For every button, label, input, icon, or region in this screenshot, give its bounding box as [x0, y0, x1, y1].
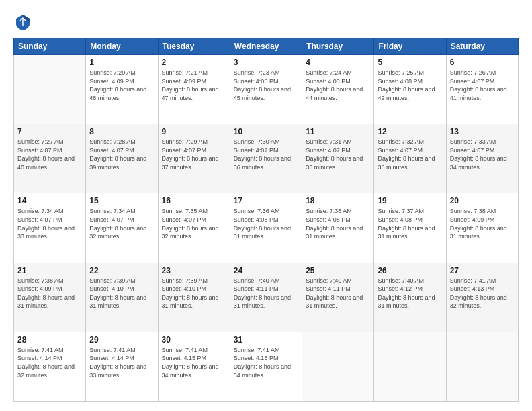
day-number: 28	[17, 335, 82, 345]
day-info: Sunrise: 7:29 AMSunset: 4:07 PMDaylight:…	[162, 138, 226, 171]
calendar-day-cell	[446, 332, 518, 401]
calendar-day-cell: 7Sunrise: 7:27 AMSunset: 4:07 PMDaylight…	[14, 124, 86, 193]
day-info: Sunrise: 7:34 AMSunset: 4:07 PMDaylight:…	[89, 207, 154, 240]
day-info: Sunrise: 7:26 AMSunset: 4:07 PMDaylight:…	[450, 68, 515, 102]
calendar-day-cell: 10Sunrise: 7:30 AMSunset: 4:07 PMDayligh…	[230, 124, 302, 193]
calendar-day-cell: 28Sunrise: 7:41 AMSunset: 4:14 PMDayligh…	[14, 332, 86, 401]
day-info: Sunrise: 7:32 AMSunset: 4:07 PMDaylight:…	[378, 138, 442, 171]
calendar-day-cell: 5Sunrise: 7:25 AMSunset: 4:08 PMDaylight…	[374, 55, 446, 124]
calendar-day-cell	[302, 332, 374, 401]
calendar-day-cell: 9Sunrise: 7:29 AMSunset: 4:07 PMDaylight…	[158, 124, 230, 193]
logo	[13, 12, 35, 31]
day-info: Sunrise: 7:21 AMSunset: 4:09 PMDaylight:…	[162, 68, 226, 102]
weekday-header-thursday: Thursday	[302, 38, 374, 55]
day-number: 5	[378, 58, 442, 67]
day-info: Sunrise: 7:39 AMSunset: 4:10 PMDaylight:…	[89, 277, 154, 310]
day-number: 26	[378, 266, 442, 275]
day-info: Sunrise: 7:41 AMSunset: 4:14 PMDaylight:…	[17, 346, 82, 379]
day-info: Sunrise: 7:39 AMSunset: 4:10 PMDaylight:…	[162, 277, 226, 310]
day-number: 1	[89, 58, 154, 67]
calendar-day-cell: 18Sunrise: 7:36 AMSunset: 4:08 PMDayligh…	[302, 193, 374, 263]
day-number: 4	[306, 58, 370, 67]
day-info: Sunrise: 7:23 AMSunset: 4:08 PMDaylight:…	[234, 68, 298, 102]
calendar-day-cell: 30Sunrise: 7:41 AMSunset: 4:15 PMDayligh…	[158, 332, 230, 401]
day-number: 29	[89, 335, 154, 345]
day-info: Sunrise: 7:33 AMSunset: 4:07 PMDaylight:…	[450, 138, 515, 171]
day-info: Sunrise: 7:31 AMSunset: 4:07 PMDaylight:…	[306, 138, 370, 171]
day-number: 25	[306, 266, 370, 275]
calendar-day-cell: 27Sunrise: 7:41 AMSunset: 4:13 PMDayligh…	[446, 263, 518, 332]
weekday-header-monday: Monday	[86, 38, 158, 55]
weekday-header-friday: Friday	[374, 38, 446, 55]
calendar-day-cell: 21Sunrise: 7:38 AMSunset: 4:09 PMDayligh…	[14, 263, 86, 332]
calendar-day-cell: 1Sunrise: 7:20 AMSunset: 4:09 PMDaylight…	[86, 55, 158, 124]
calendar-day-cell: 11Sunrise: 7:31 AMSunset: 4:07 PMDayligh…	[302, 124, 374, 193]
day-number: 22	[89, 266, 154, 275]
calendar-day-cell: 17Sunrise: 7:36 AMSunset: 4:08 PMDayligh…	[230, 193, 302, 263]
weekday-header-row: SundayMondayTuesdayWednesdayThursdayFrid…	[14, 38, 519, 55]
day-info: Sunrise: 7:40 AMSunset: 4:11 PMDaylight:…	[306, 277, 370, 310]
calendar-table: SundayMondayTuesdayWednesdayThursdayFrid…	[13, 38, 519, 402]
day-info: Sunrise: 7:36 AMSunset: 4:08 PMDaylight:…	[306, 207, 370, 240]
day-number: 18	[306, 196, 370, 205]
day-number: 24	[234, 266, 298, 275]
day-number: 6	[450, 58, 515, 67]
calendar-week-row: 21Sunrise: 7:38 AMSunset: 4:09 PMDayligh…	[14, 263, 519, 332]
calendar-day-cell: 4Sunrise: 7:24 AMSunset: 4:08 PMDaylight…	[302, 55, 374, 124]
day-number: 30	[162, 335, 226, 345]
day-number: 3	[234, 58, 298, 67]
day-number: 21	[17, 266, 82, 275]
day-number: 20	[450, 196, 515, 205]
day-number: 14	[17, 196, 82, 205]
calendar-day-cell: 16Sunrise: 7:35 AMSunset: 4:07 PMDayligh…	[158, 193, 230, 263]
day-number: 13	[450, 127, 515, 136]
calendar-day-cell: 2Sunrise: 7:21 AMSunset: 4:09 PMDaylight…	[158, 55, 230, 124]
day-number: 11	[306, 127, 370, 136]
day-info: Sunrise: 7:28 AMSunset: 4:07 PMDaylight:…	[89, 138, 154, 171]
calendar-day-cell: 3Sunrise: 7:23 AMSunset: 4:08 PMDaylight…	[230, 55, 302, 124]
day-number: 9	[162, 127, 226, 136]
calendar-day-cell: 12Sunrise: 7:32 AMSunset: 4:07 PMDayligh…	[374, 124, 446, 193]
calendar-day-cell: 23Sunrise: 7:39 AMSunset: 4:10 PMDayligh…	[158, 263, 230, 332]
day-info: Sunrise: 7:41 AMSunset: 4:13 PMDaylight:…	[450, 277, 515, 310]
day-info: Sunrise: 7:38 AMSunset: 4:09 PMDaylight:…	[450, 207, 515, 240]
calendar-day-cell	[374, 332, 446, 401]
calendar-week-row: 28Sunrise: 7:41 AMSunset: 4:14 PMDayligh…	[14, 332, 519, 401]
day-info: Sunrise: 7:25 AMSunset: 4:08 PMDaylight:…	[378, 68, 442, 102]
calendar-week-row: 1Sunrise: 7:20 AMSunset: 4:09 PMDaylight…	[14, 55, 519, 124]
day-info: Sunrise: 7:20 AMSunset: 4:09 PMDaylight:…	[89, 68, 154, 102]
calendar-day-cell: 19Sunrise: 7:37 AMSunset: 4:08 PMDayligh…	[374, 193, 446, 263]
day-number: 19	[378, 196, 442, 205]
calendar-day-cell: 22Sunrise: 7:39 AMSunset: 4:10 PMDayligh…	[86, 263, 158, 332]
logo-icon	[13, 12, 32, 31]
weekday-header-wednesday: Wednesday	[230, 38, 302, 55]
calendar-day-cell: 15Sunrise: 7:34 AMSunset: 4:07 PMDayligh…	[86, 193, 158, 263]
calendar-day-cell: 8Sunrise: 7:28 AMSunset: 4:07 PMDaylight…	[86, 124, 158, 193]
day-number: 7	[17, 127, 82, 136]
calendar-day-cell: 31Sunrise: 7:41 AMSunset: 4:16 PMDayligh…	[230, 332, 302, 401]
day-info: Sunrise: 7:36 AMSunset: 4:08 PMDaylight:…	[234, 207, 298, 240]
day-number: 16	[162, 196, 226, 205]
calendar-day-cell: 24Sunrise: 7:40 AMSunset: 4:11 PMDayligh…	[230, 263, 302, 332]
day-number: 8	[89, 127, 154, 136]
day-info: Sunrise: 7:30 AMSunset: 4:07 PMDaylight:…	[234, 138, 298, 171]
day-number: 12	[378, 127, 442, 136]
calendar-day-cell	[14, 55, 86, 124]
calendar-day-cell: 13Sunrise: 7:33 AMSunset: 4:07 PMDayligh…	[446, 124, 518, 193]
calendar-week-row: 14Sunrise: 7:34 AMSunset: 4:07 PMDayligh…	[14, 193, 519, 263]
calendar-day-cell: 25Sunrise: 7:40 AMSunset: 4:11 PMDayligh…	[302, 263, 374, 332]
calendar-day-cell: 14Sunrise: 7:34 AMSunset: 4:07 PMDayligh…	[14, 193, 86, 263]
weekday-header-tuesday: Tuesday	[158, 38, 230, 55]
header	[13, 12, 519, 31]
day-info: Sunrise: 7:34 AMSunset: 4:07 PMDaylight:…	[17, 207, 82, 240]
day-info: Sunrise: 7:24 AMSunset: 4:08 PMDaylight:…	[306, 68, 370, 102]
day-number: 23	[162, 266, 226, 275]
calendar-page: SundayMondayTuesdayWednesdayThursdayFrid…	[0, 0, 532, 411]
weekday-header-saturday: Saturday	[446, 38, 518, 55]
day-info: Sunrise: 7:40 AMSunset: 4:11 PMDaylight:…	[234, 277, 298, 310]
calendar-day-cell: 6Sunrise: 7:26 AMSunset: 4:07 PMDaylight…	[446, 55, 518, 124]
day-number: 17	[234, 196, 298, 205]
calendar-day-cell: 20Sunrise: 7:38 AMSunset: 4:09 PMDayligh…	[446, 193, 518, 263]
day-number: 31	[234, 335, 298, 345]
day-info: Sunrise: 7:41 AMSunset: 4:16 PMDaylight:…	[234, 346, 298, 379]
